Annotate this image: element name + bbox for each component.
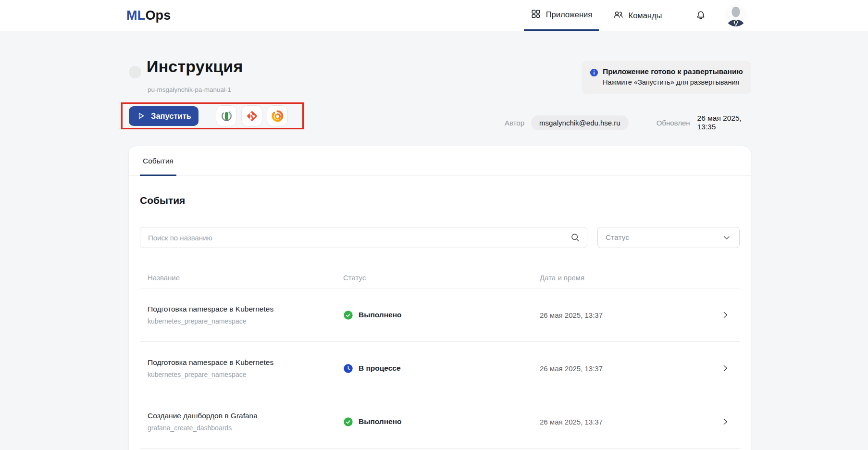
git-icon	[246, 110, 259, 123]
teams-people-icon	[613, 9, 624, 22]
chevron-right-icon[interactable]	[717, 413, 734, 430]
header-divider	[675, 7, 675, 24]
events-table-body: Подготовка namespace в Kubernetes kubern…	[140, 288, 740, 449]
run-button-label: Запустить	[151, 112, 191, 121]
event-name-cell: Создание дашбордов в Grafana grafana_cre…	[140, 412, 343, 432]
event-datetime: 26 мая 2025, 13:37	[540, 311, 717, 319]
event-title: Подготовка namespace в Kubernetes	[148, 305, 343, 313]
tab-events[interactable]: События	[140, 146, 176, 175]
git-button[interactable]	[241, 105, 262, 126]
status-badge	[343, 417, 353, 427]
author-chip[interactable]: msgalynchik@edu.hse.ru	[531, 115, 629, 130]
column-header-datetime: Дата и время	[540, 274, 717, 282]
check-circle-icon	[343, 417, 353, 427]
notifications-bell-icon[interactable]	[690, 5, 711, 26]
search-icon[interactable]	[570, 232, 581, 245]
event-code: kubernetes_prepare_namespace	[148, 371, 343, 378]
event-code: grafana_create_dashboards	[148, 424, 343, 432]
play-icon	[136, 111, 146, 121]
event-title: Подготовка namespace в Kubernetes	[148, 358, 343, 367]
status-badge	[343, 310, 353, 320]
deploy-service-button[interactable]	[216, 105, 237, 126]
banner-title: Приложение готово к развертыванию	[603, 67, 743, 76]
chevron-right-icon[interactable]	[717, 360, 734, 377]
page-subtitle: pu-msgalynchik-pa-manual-1	[148, 86, 231, 93]
event-status-label: В процессе	[359, 364, 401, 373]
clock-icon	[343, 363, 353, 374]
event-status-cell: Выполнено	[343, 310, 540, 320]
event-status-cell: В процессе	[343, 363, 540, 374]
logo-ml: ML	[126, 8, 145, 23]
event-status-label: Выполнено	[359, 311, 402, 319]
event-code: kubernetes_prepare_namespace	[148, 317, 343, 325]
events-table-header: Название Статус Дата и время	[140, 267, 740, 288]
tabs-row: События	[129, 146, 751, 176]
info-icon	[590, 67, 598, 94]
deploy-service-icon	[220, 110, 233, 123]
events-table: Название Статус Дата и время Подготовка …	[140, 267, 740, 449]
filters-row: Статус	[140, 227, 740, 248]
status-badge	[343, 363, 353, 374]
logo-ops: Ops	[145, 8, 171, 23]
check-circle-icon	[343, 310, 353, 320]
events-card: События События Статус	[128, 146, 751, 450]
status-filter-label: Статус	[606, 233, 629, 242]
table-row[interactable]: Создание дашбордов в Grafana grafana_cre…	[140, 395, 740, 449]
grafana-icon	[271, 110, 284, 123]
event-name-cell: Подготовка namespace в Kubernetes kubern…	[140, 358, 343, 378]
status-filter-select[interactable]: Статус	[597, 227, 740, 248]
search-input[interactable]	[140, 227, 587, 248]
run-button[interactable]: Запустить	[129, 106, 198, 126]
event-status-label: Выполнено	[359, 417, 402, 426]
events-heading: События	[140, 195, 740, 206]
table-row[interactable]: Подготовка namespace в Kubernetes kubern…	[140, 288, 740, 342]
nav-item-label: Приложения	[546, 10, 593, 19]
service-buttons-group	[216, 105, 288, 126]
top-navbar: MLOps Приложения	[0, 0, 868, 31]
event-title: Создание дашбордов в Grafana	[148, 412, 343, 420]
author-label: Автор	[505, 119, 524, 127]
apps-grid-icon	[531, 9, 541, 21]
app-logo[interactable]: MLOps	[126, 0, 171, 31]
meta-row: Автор msgalynchik@edu.hse.ru Обновлен 26…	[505, 114, 751, 131]
event-status-cell: Выполнено	[343, 417, 540, 427]
page-title: Инструкция	[147, 57, 243, 76]
grafana-button[interactable]	[267, 105, 288, 126]
column-header-status: Статус	[343, 274, 540, 282]
updated-value: 26 мая 2025, 13:35	[697, 114, 751, 131]
chevron-right-icon[interactable]	[717, 306, 734, 324]
nav-item-teams[interactable]: Команды	[607, 0, 668, 31]
app-status-dot	[129, 66, 141, 78]
event-datetime: 26 мая 2025, 13:37	[540, 418, 717, 426]
banner-subtitle: Нажмите «Запустить» для развертывания	[603, 78, 743, 86]
nav-item-label: Команды	[629, 11, 662, 20]
search-box	[140, 227, 587, 248]
column-header-name: Название	[140, 274, 343, 282]
user-avatar[interactable]	[725, 4, 747, 26]
app-root: MLOps Приложения	[0, 0, 868, 450]
deploy-actions-highlight-box: Запустить	[121, 102, 304, 129]
chevron-down-icon	[722, 233, 732, 242]
updated-label: Обновлен	[657, 119, 690, 127]
nav-item-applications[interactable]: Приложения	[524, 0, 599, 31]
table-row[interactable]: Подготовка namespace в Kubernetes kubern…	[140, 342, 740, 395]
event-datetime: 26 мая 2025, 13:37	[540, 364, 717, 373]
deployment-info-banner: Приложение готово к развертыванию Нажмит…	[582, 61, 751, 94]
event-name-cell: Подготовка namespace в Kubernetes kubern…	[140, 305, 343, 325]
